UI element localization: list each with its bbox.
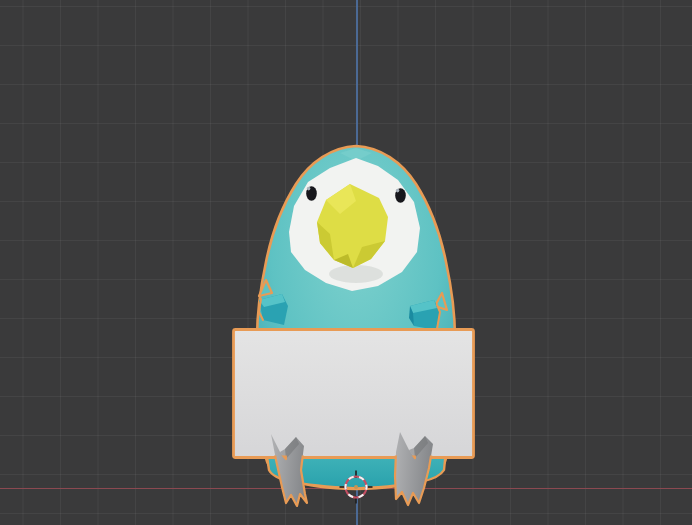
cursor-center-dot <box>354 485 358 489</box>
scene-svg <box>0 0 692 525</box>
beak-shadow <box>329 265 383 283</box>
3d-viewport[interactable] <box>0 0 692 525</box>
parrot-eye-right-highlight <box>396 189 400 193</box>
parrot-eye-left-highlight <box>307 187 311 191</box>
sign-board[interactable] <box>234 330 474 458</box>
